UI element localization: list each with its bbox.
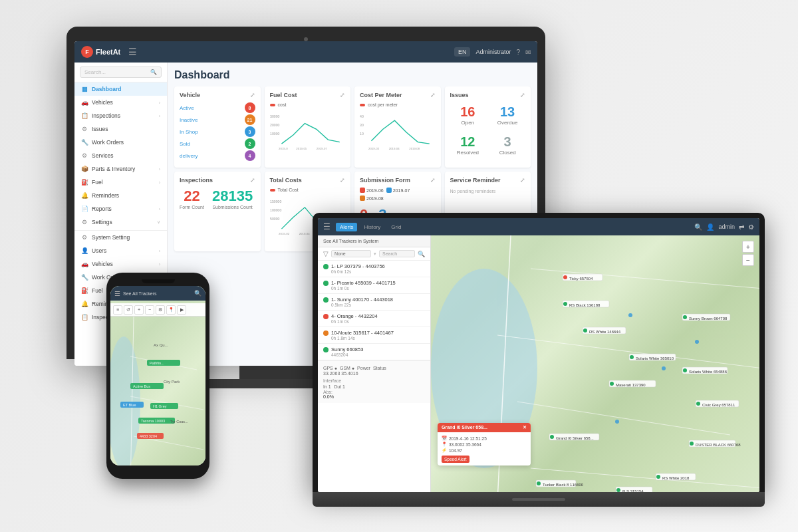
vehicle-stat-delivery: delivery 4 (180, 150, 255, 161)
sidebar-item-dashboard[interactable]: ▦ Dashboard (74, 82, 167, 96)
sidebar-item-system-setting[interactable]: ⚙ System Setting (74, 231, 167, 244)
speed-alert-label: Speed Alert (444, 457, 467, 462)
delivery-badge: 4 (245, 150, 255, 161)
expand-icon[interactable]: ⤢ (520, 92, 525, 98)
sidebar-item-label: Services (92, 152, 114, 159)
toolbar-btn-4[interactable]: − (145, 305, 154, 315)
mail-icon[interactable]: ✉ (525, 49, 531, 56)
sidebar-item-reports[interactable]: 📄 Reports › (74, 202, 167, 215)
card-header: Vehicle ⤢ (180, 92, 255, 98)
toolbar-btn-6[interactable]: 📍 (166, 305, 176, 315)
page-title: Dashboard (174, 69, 531, 81)
svg-point-67 (110, 336, 140, 466)
submissions-label: Submissions Count (212, 205, 253, 209)
phone-menu-icon[interactable]: ☰ (114, 290, 120, 297)
menu-icon[interactable]: ☰ (128, 47, 137, 57)
fuel-cost-chart: 30000 20000 10000 2019-0 2019-05 2019-07 (270, 109, 346, 152)
toolbar-btn-2[interactable]: ↺ (124, 305, 133, 315)
expand-icon[interactable]: ⤢ (430, 92, 436, 98)
tracker-item[interactable]: 1- Picanto 455039 - 4401715 0h 1m 0s (318, 277, 430, 294)
svg-text:Tyr Coas...: Tyr Coas... (170, 420, 188, 424)
language-btn[interactable]: EN (454, 47, 471, 57)
sidebar-item-services[interactable]: ⚙ Services (74, 149, 167, 162)
legend-dot (360, 104, 365, 106)
parts-icon: 📦 (81, 166, 88, 172)
resolved-stat: 12 Resolved (450, 132, 486, 158)
reports-icon: 📄 (81, 205, 88, 212)
footer-row: GPS ● GSM ● Power Status (323, 366, 425, 370)
user-btn[interactable]: Administrator (475, 49, 511, 55)
card-header: Service Reminder ⤢ (450, 177, 526, 184)
help-icon[interactable]: ? (516, 49, 520, 56)
inspections-card: Inspections ⤢ 22 Form Count 281 (174, 172, 261, 251)
expand-icon[interactable]: ⤢ (340, 92, 345, 98)
toolbar-btn-5[interactable]: ⚙ (156, 305, 165, 315)
laptop: ☰ Alerts History Grid 🔍 👤 admin ⇄ ⚙ (313, 213, 765, 519)
sidebar-item-issues[interactable]: ⚙ Issues (74, 122, 167, 136)
map-header: ☰ Alerts History Grid 🔍 👤 admin ⇄ ⚙ (318, 218, 759, 235)
phone-search-icon[interactable]: 🔍 (194, 290, 201, 297)
tracker-status-icon (323, 297, 329, 303)
sidebar-item-users[interactable]: 👤 Users › (74, 244, 167, 257)
sidebar-item-parts[interactable]: 📦 Parts & Inventory › (74, 162, 167, 176)
phone-header-label: See All Trackers (123, 291, 192, 296)
toolbar-btn-3[interactable]: + (134, 305, 144, 315)
sidebar-item-work-orders[interactable]: 🔧 Work Orders (74, 136, 167, 149)
sidebar-item-inspections[interactable]: 📋 Inspections › (74, 109, 167, 122)
search-submit-icon[interactable]: 🔍 (418, 251, 425, 257)
tracker-status-icon (323, 281, 329, 286)
map-share-icon[interactable]: ⇄ (739, 223, 744, 231)
tracker-search[interactable]: Search (379, 250, 415, 257)
tracker-item[interactable]: 4- Orange - 4432204 0h 1m 0s (318, 311, 430, 327)
sidebar-item-vehicles[interactable]: 🚗 Vehicles › (74, 96, 167, 109)
svg-point-24 (628, 313, 632, 317)
card-header: Total Costs ⤢ (270, 177, 346, 184)
tab-history[interactable]: History (360, 223, 384, 231)
toolbar-btn-1[interactable]: ≡ (113, 305, 122, 315)
expand-icon[interactable]: ⤢ (520, 177, 525, 184)
map-sidebar: See All Trackers in System ▽ None ▾ Sear… (318, 235, 431, 492)
filter-select[interactable]: None (331, 250, 371, 257)
speed-alert-badge: Speed Alert (442, 456, 469, 463)
map-settings-icon[interactable]: ⚙ (748, 223, 754, 231)
card-header: Inspections ⤢ (180, 177, 255, 184)
vehicle-card: Vehicle ⤢ Active 8 Inactive (174, 86, 261, 168)
map-menu-icon[interactable]: ☰ (323, 222, 331, 231)
sidebar-item-reminders[interactable]: 🔔 Reminders (74, 189, 167, 202)
zoom-out-btn[interactable]: − (742, 254, 754, 266)
tracker-sub: 0h 1m 0s (331, 286, 425, 291)
tracker-item[interactable]: 10-Noute 315617 - 4401467 0h 1.8m 14s (318, 327, 430, 344)
sidebar-item-settings[interactable]: ⚙ Settings ∨ (74, 215, 167, 229)
issues-icon: ⚙ (81, 126, 88, 132)
sidebar-item-label: Issues (92, 126, 108, 132)
tracker-status-icon (323, 264, 329, 269)
tab-alerts[interactable]: Alerts (336, 223, 357, 231)
inspections-icon: 📋 (81, 112, 88, 119)
expand-icon[interactable]: ⤢ (250, 92, 255, 98)
tracker-item[interactable]: 1- Sunny 400170 - 4443018 0.5km 22s (318, 294, 430, 311)
svg-text:2019-02: 2019-02 (279, 232, 290, 235)
vehicles2-icon: 🚗 (81, 261, 88, 267)
chevron-right-icon: › (159, 207, 160, 211)
card-header: Fuel Cost ⤢ (270, 92, 346, 98)
phone: ☰ See All Trackers 🔍 ≡ ↺ + − ⚙ 📍 ▶ (106, 273, 209, 479)
tracker-item[interactable]: Sunny 660853 4463204 (318, 344, 430, 360)
expand-icon[interactable]: ⤢ (340, 177, 345, 184)
map-search-icon[interactable]: 🔍 (694, 223, 702, 231)
expand-icon[interactable]: ⤢ (250, 177, 255, 184)
zoom-in-btn[interactable]: + (742, 241, 754, 253)
tracker-item[interactable]: 1- LP 307379 - 4403756 0h 0m 12s (318, 261, 430, 277)
map-user-icon[interactable]: 👤 (706, 223, 714, 231)
sidebar-item-fuel[interactable]: ⛽ Fuel › (74, 176, 167, 189)
sidebar-item-vehicles2[interactable]: 🚗 Vehicles › (74, 257, 167, 271)
tab-grid[interactable]: Grid (387, 223, 405, 231)
tracker-sub: 0h 1m 0s (331, 319, 425, 324)
search-input-wrapper[interactable]: Search... 🔍 (80, 66, 162, 78)
sold-badge: 2 (245, 138, 255, 149)
toolbar-btn-7[interactable]: ▶ (177, 305, 186, 315)
svg-text:2019-08: 2019-08 (409, 147, 420, 150)
popup-close-icon[interactable]: ✕ (523, 425, 527, 430)
svg-point-47 (683, 315, 687, 319)
dot-2019-07 (386, 188, 392, 193)
expand-icon[interactable]: ⤢ (430, 177, 436, 184)
